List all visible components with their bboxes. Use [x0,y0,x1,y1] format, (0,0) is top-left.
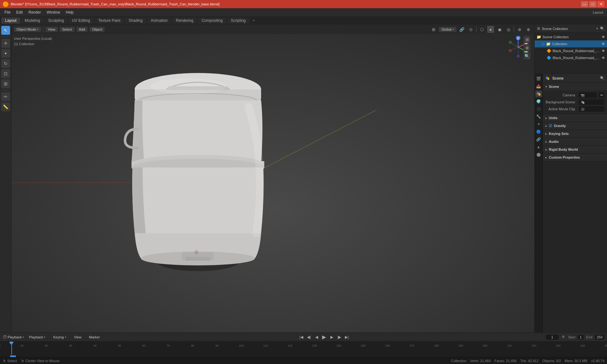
prop-world-btn[interactable]: 🌍 [535,98,542,105]
outliner-item-trash-cap[interactable]: 🔶 Black_Round_Rubbermaid_Trash_Can_Cap.p… [535,47,607,54]
timeline-track[interactable]: 1102030405060708090100110120130140150160… [0,342,607,355]
close-button[interactable]: ✕ [598,1,604,7]
tab-rendering[interactable]: Rendering [172,17,197,24]
marker-menu-btn[interactable]: Marker [87,335,102,340]
select-menu-btn[interactable]: Select [60,27,75,32]
object-mode-dropdown[interactable]: Object Mode ▾ [14,27,41,32]
origin-icon[interactable]: ⊕ [524,44,530,51]
minimize-button[interactable]: — [581,1,588,7]
end-frame-display[interactable]: 250 [595,335,604,340]
gravity-checkbox[interactable]: ☑ [549,124,552,128]
snap-icon[interactable]: 🔗 [458,26,465,33]
global-transform-btn[interactable]: Global ▾ [439,27,457,32]
view-menu-btn-tl[interactable]: View [71,335,84,340]
custom-properties-section-header[interactable]: ▸ Custom Properties [543,154,607,161]
prop-constraints-btn[interactable]: 🔗 [535,136,542,143]
tool-transform[interactable]: ⊞ [1,79,10,88]
trash-cap-eye[interactable]: 👁 [602,49,605,53]
trash-pivot-eye[interactable]: 👁 [602,56,605,60]
view-menu-btn[interactable]: View [45,27,58,32]
timeline-mode-btn: ⏱ Playback ▾ [3,335,24,340]
start-frame-display[interactable]: 1 [578,335,584,340]
menu-edit[interactable]: Edit [14,9,25,15]
tab-scripting[interactable]: Scripting [227,17,249,24]
tool-cursor[interactable]: ✛ [1,39,10,48]
outliner-item-scene-collection[interactable]: 📁 Scene Collection 👁 [535,33,607,40]
playback-menu-btn[interactable]: Playback ▾ [27,335,48,340]
tab-shading[interactable]: Shading [125,17,146,24]
tab-modeling[interactable]: Modeling [21,17,44,24]
scene-collection-eye[interactable]: 👁 [602,35,605,39]
prop-modifiers-btn[interactable]: 🔧 [535,113,542,120]
tool-scale[interactable]: ⊡ [1,69,10,78]
active-movie-clip-value[interactable]: 🎥 [579,106,604,112]
rigid-body-world-section-header[interactable]: ▸ Rigid Body World [543,146,607,153]
tab-compositing[interactable]: Compositing [198,17,227,24]
keying-sets-section-header[interactable]: ▸ Keying Sets [543,130,607,137]
gizmos-btn[interactable]: ⊕ [525,26,532,33]
step-forward-btn[interactable]: ▶ [328,334,335,340]
prop-render-btn[interactable]: 🎬 [535,75,542,82]
search-icon[interactable]: 🔍 [524,52,530,59]
step-back-btn[interactable]: ◀ [313,334,320,340]
jump-start-btn[interactable]: |◀ [298,334,304,340]
viewport-transform-icon[interactable]: ⊞ [430,26,437,33]
prop-object-btn[interactable]: ⬡ [535,106,542,112]
collection-eye[interactable]: 👁 [602,42,605,46]
outliner-item-trash-pivot[interactable]: 🔷 Black_Round_Rubbermaid_Trash_Can_pivot… [535,54,607,61]
tab-sculpting[interactable]: Sculpting [45,17,68,24]
jump-end-btn[interactable]: ▶| [344,334,350,340]
viewport[interactable]: Object Mode ▾ View Select Add Object ⊞ G… [11,25,534,332]
tool-measure[interactable]: 📏 [1,102,10,111]
tool-move[interactable]: ✦ [1,49,10,58]
menu-file[interactable]: File [2,9,13,15]
outliner-item-collection[interactable]: ☑ 📁 Collection 👁 [535,40,607,47]
tab-animation[interactable]: Animation [147,17,171,24]
tab-uv-editing[interactable]: UV Editing [68,17,94,24]
solid-shading-btn[interactable]: ● [487,26,494,33]
outliner-search-icon[interactable]: 🔍 [600,27,604,31]
material-shading-btn[interactable]: ◉ [496,26,503,33]
overlays-btn[interactable]: ⊛ [516,26,523,33]
proportional-icon[interactable]: ⊙ [467,26,474,33]
add-menu-btn[interactable]: Add [77,27,88,32]
prop-material-btn[interactable]: ⬤ [535,151,542,158]
menu-window[interactable]: Window [44,9,63,15]
maximize-button[interactable]: □ [589,1,596,7]
grid-icon[interactable]: ⊞ [524,36,530,43]
keying-menu-btn[interactable]: Keying ▾ [51,335,69,340]
collection-checkbox[interactable]: ☑ [542,42,545,46]
prop-data-btn[interactable]: ▲ [535,143,542,150]
gravity-section-header[interactable]: ▸ ☑ Gravity [543,122,607,130]
props-search-icon[interactable]: 🔍 [600,76,604,80]
tab-texture-paint[interactable]: Texture Paint [95,17,124,24]
background-scene-value[interactable]: 🎭 [579,99,604,105]
units-section-header[interactable]: ▸ Units [543,114,607,122]
menu-render[interactable]: Render [26,9,43,15]
toolbar-separator-2 [2,90,9,90]
prev-keyframe-btn[interactable]: ◀| [306,334,312,340]
prop-output-btn[interactable]: 📤 [535,83,542,90]
tool-rotate[interactable]: ↻ [1,59,10,68]
add-workspace-button[interactable]: + [250,17,257,24]
camera-value[interactable]: 📷 [579,92,597,98]
camera-edit-btn[interactable]: ✏ [599,92,604,98]
tab-layout[interactable]: Layout [1,17,20,24]
scene-section-header[interactable]: ▾ Scene [543,83,607,90]
tool-annotate[interactable]: ✏ [1,92,10,101]
prop-scene-btn[interactable]: 🎭 [535,90,542,97]
tool-select[interactable]: ↖ [1,26,10,35]
current-frame-display[interactable]: 1 [546,335,559,340]
next-keyframe-btn[interactable]: |▶ [336,334,342,340]
ruler-mark-220: 220 [531,344,536,347]
menu-help[interactable]: Help [63,9,76,15]
prop-physics-btn[interactable]: 🔵 [535,128,542,135]
outliner-filter-icon[interactable]: ▾ [596,27,598,31]
play-btn[interactable]: ▶ [321,334,327,340]
background-scene-label: Background Scene [545,100,577,104]
rendered-shading-btn[interactable]: ◎ [505,26,512,33]
wireframe-shading-btn[interactable]: ⬡ [478,26,485,33]
object-menu-btn[interactable]: Object [89,27,105,32]
audio-section-header[interactable]: ▸ Audio [543,138,607,145]
prop-particles-btn[interactable]: ✦ [535,121,542,128]
